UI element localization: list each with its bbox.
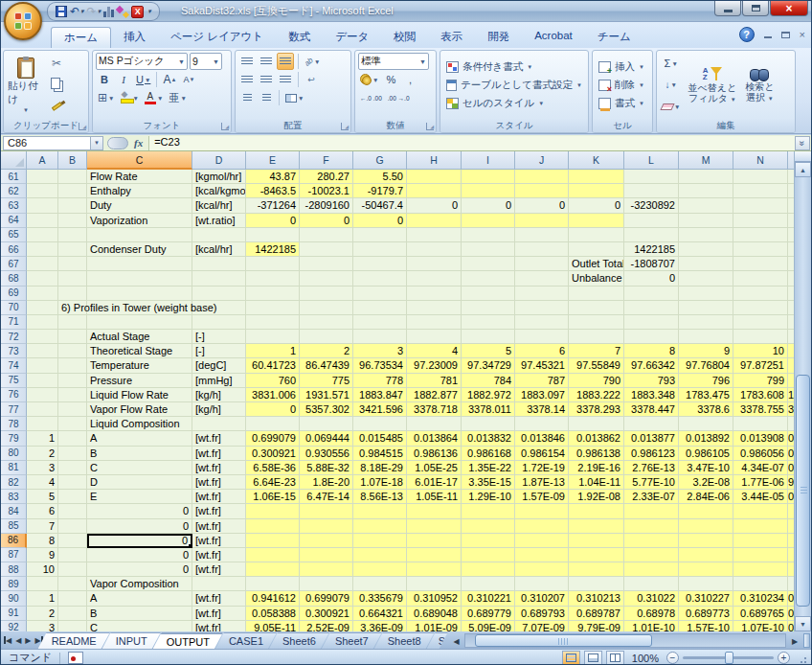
cell-B90[interactable] bbox=[58, 591, 87, 606]
cell-H78[interactable] bbox=[407, 417, 462, 431]
cell-F92[interactable]: 2.52E-09 bbox=[300, 621, 353, 631]
cell-B76[interactable] bbox=[58, 388, 87, 402]
cell-J69[interactable] bbox=[515, 287, 569, 301]
cell-L74[interactable]: 97.66342 bbox=[624, 358, 679, 373]
bold-button[interactable]: B bbox=[96, 71, 113, 88]
cell-D63[interactable]: [kcal/hr] bbox=[192, 198, 246, 213]
cell-I61[interactable] bbox=[462, 170, 515, 184]
cell-I74[interactable]: 97.34729 bbox=[462, 358, 515, 373]
cell-I87[interactable] bbox=[462, 548, 515, 562]
decrease-indent-button[interactable] bbox=[238, 89, 256, 106]
cell-J64[interactable] bbox=[515, 214, 569, 228]
row-header-68[interactable]: 68 bbox=[1, 271, 27, 286]
cell-I89[interactable] bbox=[462, 577, 515, 591]
cell-L72[interactable] bbox=[624, 330, 679, 344]
cell-B87[interactable] bbox=[58, 548, 87, 562]
cell-E65[interactable] bbox=[246, 228, 300, 242]
cell-A70[interactable] bbox=[27, 301, 58, 315]
cell-M80[interactable]: 0.986105 bbox=[679, 447, 733, 461]
cell-M91[interactable]: 0.689773 bbox=[679, 607, 733, 621]
cell-G62[interactable]: -9179.7 bbox=[353, 184, 407, 198]
cell-J74[interactable]: 97.45321 bbox=[515, 358, 569, 373]
row-header-88[interactable]: 88 bbox=[1, 562, 27, 577]
row-header-80[interactable]: 80 bbox=[1, 447, 27, 461]
align-left-button[interactable] bbox=[238, 71, 256, 88]
cell-J70[interactable] bbox=[515, 301, 569, 315]
row-header-64[interactable]: 64 bbox=[1, 214, 27, 228]
cell-L85[interactable] bbox=[624, 519, 679, 534]
cell-M76[interactable]: 1783.475 bbox=[679, 388, 733, 402]
cell-E70[interactable] bbox=[246, 301, 300, 315]
cell-F88[interactable] bbox=[300, 562, 353, 577]
cell-G76[interactable]: 1883.847 bbox=[353, 388, 407, 402]
cell-K91[interactable]: 0.689787 bbox=[569, 607, 624, 621]
cell-G67[interactable] bbox=[353, 257, 407, 271]
tab-home[interactable]: ホーム bbox=[51, 27, 111, 48]
cell-M68[interactable] bbox=[679, 271, 733, 286]
col-header-F[interactable]: F bbox=[300, 151, 353, 170]
cell-L84[interactable] bbox=[624, 504, 679, 518]
cell-J87[interactable] bbox=[515, 548, 569, 562]
cell-H71[interactable] bbox=[407, 315, 462, 330]
cell-M87[interactable] bbox=[679, 548, 733, 562]
zoom-in-button[interactable]: + bbox=[778, 652, 790, 664]
cell-A89[interactable] bbox=[27, 577, 58, 591]
vertical-scrollbar[interactable]: ▲ ▼ bbox=[794, 151, 811, 631]
cell-L81[interactable]: 2.76E-13 bbox=[624, 461, 679, 475]
row-header-79[interactable]: 79 bbox=[1, 431, 27, 446]
cell-B92[interactable] bbox=[58, 621, 87, 631]
workbook-close-button[interactable]: × bbox=[800, 29, 805, 40]
cell-D71[interactable] bbox=[192, 315, 246, 330]
cell-A81[interactable]: 3 bbox=[27, 461, 58, 475]
cell-A63[interactable] bbox=[27, 198, 58, 213]
row-header-75[interactable]: 75 bbox=[1, 374, 27, 388]
sheet-tab-readme[interactable]: README bbox=[38, 632, 110, 649]
cell-D66[interactable]: [kcal/hr] bbox=[192, 242, 246, 257]
cell-A64[interactable] bbox=[27, 214, 58, 228]
cell-L61[interactable] bbox=[624, 170, 679, 184]
resize-grip[interactable] bbox=[796, 653, 807, 664]
cell-E86[interactable] bbox=[246, 534, 300, 548]
cell-E85[interactable] bbox=[246, 519, 300, 534]
cell-N85[interactable] bbox=[733, 519, 788, 534]
cell-D84[interactable]: [wt.fr] bbox=[192, 504, 246, 518]
cell-J65[interactable] bbox=[515, 228, 569, 242]
cell-K89[interactable] bbox=[569, 577, 624, 591]
cell-E80[interactable]: 0.300921 bbox=[246, 447, 300, 461]
cell-G80[interactable]: 0.984515 bbox=[353, 447, 407, 461]
cell-B91[interactable] bbox=[58, 607, 87, 621]
cell-N79[interactable]: 0.013908 bbox=[733, 431, 788, 446]
cell-E83[interactable]: 1.06E-15 bbox=[246, 490, 300, 504]
cell-J61[interactable] bbox=[515, 170, 569, 184]
cell-B84[interactable] bbox=[58, 504, 87, 518]
cell-G87[interactable] bbox=[353, 548, 407, 562]
cell-D61[interactable]: [kgmol/hr] bbox=[192, 170, 246, 184]
cell-C63[interactable]: Duty bbox=[87, 198, 192, 213]
cell-D64[interactable]: [wt.ratio] bbox=[192, 214, 246, 228]
cell-B86[interactable] bbox=[58, 534, 87, 548]
cell-K67[interactable]: Outlet Total bbox=[569, 257, 624, 271]
cell-J85[interactable] bbox=[515, 519, 569, 534]
insert-cells-button[interactable]: 挿入▼ bbox=[596, 57, 649, 76]
decrease-decimal-button[interactable]: .00 →.0 bbox=[386, 89, 412, 106]
cell-E92[interactable]: 9.05E-11 bbox=[246, 621, 300, 631]
cell-A62[interactable] bbox=[27, 184, 58, 198]
tab-data[interactable]: データ bbox=[323, 27, 381, 48]
cell-K90[interactable]: 0.310213 bbox=[569, 591, 624, 606]
cell-M63[interactable] bbox=[679, 198, 733, 213]
col-header-B[interactable]: B bbox=[58, 151, 87, 170]
cell-K77[interactable]: 3378.293 bbox=[569, 402, 624, 417]
cell-J86[interactable] bbox=[515, 534, 569, 548]
cell-E75[interactable]: 760 bbox=[246, 374, 300, 388]
cell-K65[interactable] bbox=[569, 228, 624, 242]
cell-E67[interactable] bbox=[246, 257, 300, 271]
cell-H92[interactable]: 1.01E-09 bbox=[407, 621, 462, 631]
qat-customize-button[interactable]: ▾ bbox=[147, 4, 151, 19]
cell-M74[interactable]: 97.76804 bbox=[679, 358, 733, 373]
cell-K76[interactable]: 1883.222 bbox=[569, 388, 624, 402]
cell-I67[interactable] bbox=[462, 257, 515, 271]
cell-G64[interactable]: 0 bbox=[353, 214, 407, 228]
cell-A66[interactable] bbox=[27, 242, 58, 257]
cell-C88[interactable]: 0 bbox=[87, 562, 192, 577]
cell-G75[interactable]: 778 bbox=[353, 374, 407, 388]
